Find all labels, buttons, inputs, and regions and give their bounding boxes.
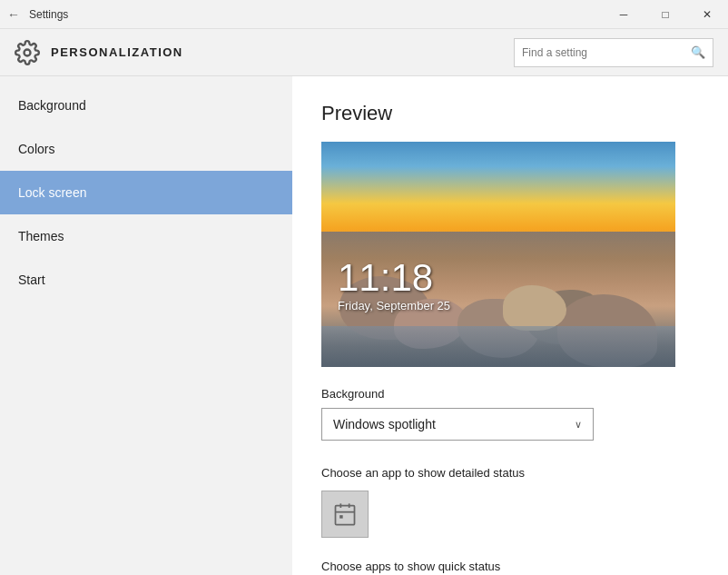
titlebar-title: Settings — [29, 8, 68, 21]
svg-point-0 — [25, 49, 31, 55]
minimize-button[interactable]: ─ — [603, 0, 644, 29]
search-input[interactable] — [522, 46, 691, 59]
sidebar-item-start[interactable]: Start — [0, 258, 292, 302]
detailed-status-app-icon[interactable] — [321, 491, 369, 538]
sidebar-item-label: Colors — [18, 142, 54, 156]
maximize-button[interactable]: □ — [644, 0, 686, 29]
titlebar-left: ← Settings — [7, 7, 68, 22]
clock-date: Friday, September 25 — [338, 299, 450, 312]
lock-screen-preview: 11:18 Friday, September 25 — [321, 142, 675, 367]
header-bar: PERSONALIZATION 🔍 — [0, 29, 728, 76]
water-layer — [321, 326, 675, 367]
svg-rect-1 — [336, 506, 355, 525]
background-dropdown[interactable]: Windows spotlight ∨ — [321, 408, 594, 441]
sidebar-item-label: Themes — [18, 229, 64, 243]
clock-time: 11:18 — [338, 259, 450, 297]
back-button[interactable]: ← — [7, 7, 20, 22]
header-left: PERSONALIZATION — [15, 40, 183, 65]
titlebar: ← Settings ─ □ ✕ — [0, 0, 728, 29]
main-layout: Background Colors Lock screen Themes Sta… — [0, 76, 728, 575]
sidebar-item-label: Start — [18, 273, 45, 287]
sidebar: Background Colors Lock screen Themes Sta… — [0, 76, 292, 575]
calendar-icon — [332, 501, 358, 527]
sidebar-item-label: Background — [18, 98, 86, 113]
chevron-down-icon: ∨ — [575, 419, 582, 431]
svg-rect-5 — [339, 515, 343, 519]
detailed-status-label: Choose an app to show detailed status — [321, 466, 699, 480]
search-box[interactable]: 🔍 — [514, 38, 713, 67]
clock-overlay: 11:18 Friday, September 25 — [338, 259, 450, 312]
sidebar-item-colors[interactable]: Colors — [0, 127, 292, 171]
titlebar-controls: ─ □ ✕ — [603, 0, 728, 29]
gear-icon — [15, 40, 40, 65]
quick-status-label: Choose apps to show quick status — [321, 560, 699, 573]
rock6 — [503, 285, 566, 331]
sidebar-item-lock-screen[interactable]: Lock screen — [0, 171, 292, 214]
search-icon: 🔍 — [691, 45, 705, 59]
page-title: Preview — [321, 102, 699, 125]
sidebar-item-background[interactable]: Background — [0, 84, 292, 127]
sidebar-item-themes[interactable]: Themes — [0, 214, 292, 258]
close-button[interactable]: ✕ — [686, 0, 728, 29]
background-field-label: Background — [321, 387, 699, 401]
content-area: Preview 11:18 Friday, September 25 Backg… — [292, 76, 728, 575]
background-dropdown-value: Windows spotlight — [333, 417, 436, 431]
sidebar-item-label: Lock screen — [18, 185, 86, 200]
header-title: PERSONALIZATION — [51, 45, 183, 59]
